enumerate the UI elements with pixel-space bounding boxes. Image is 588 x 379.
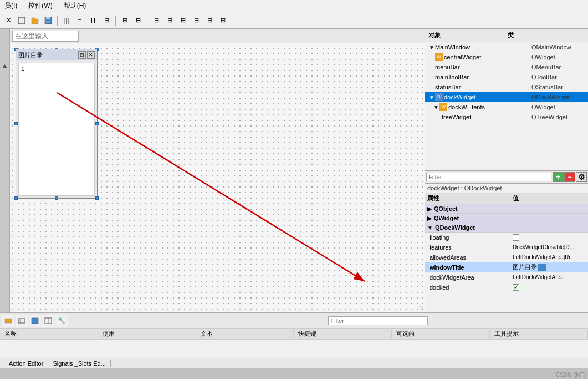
- properties-filter-input[interactable]: [426, 173, 551, 181]
- dock-close-btn[interactable]: ✕: [87, 51, 95, 59]
- toolbar-btn-12[interactable]: ⊟: [217, 14, 229, 27]
- tree-class-treewidget: QTreeWidget: [531, 114, 587, 120]
- section-arrow-qobject: ▶: [427, 206, 432, 212]
- prop-row-dockwidgetarea: dockWidgetArea LeftDockWidgetArea: [425, 272, 588, 282]
- docked-checkbox[interactable]: ✓: [513, 284, 519, 291]
- toolbar-btn-new[interactable]: [16, 14, 28, 27]
- bottom-filter-input[interactable]: [328, 316, 428, 325]
- windowtitle-edit-btn[interactable]: …: [538, 264, 546, 271]
- tab-signals-slots[interactable]: Signals _Slots Ed...: [48, 360, 110, 367]
- tree-name-centralwidget: centralWidget: [444, 54, 531, 60]
- bottom-col-checkable: 可选的: [392, 330, 490, 338]
- prop-section-qwidget[interactable]: ▶ QWidget: [425, 214, 588, 223]
- prop-row-docked: docked ✓: [425, 282, 588, 292]
- svg-rect-3: [46, 21, 50, 23]
- filter-buttons: + − ⚙: [553, 172, 587, 182]
- svg-rect-2: [46, 17, 50, 19]
- tree-row-treewidget[interactable]: treeWidget QTreeWidget: [425, 112, 588, 122]
- toolbar-sep-1: [57, 16, 58, 26]
- canvas-search-input[interactable]: [12, 31, 79, 42]
- toolbar-btn-close[interactable]: ✕: [2, 14, 14, 27]
- prop-name-windowtitle: windowTitle: [425, 264, 510, 271]
- toolbar-btn-save[interactable]: [42, 14, 54, 27]
- prop-row-floating: floating: [425, 233, 588, 242]
- tree-row-statusbar[interactable]: statusBar QStatusBar: [425, 82, 588, 92]
- main-toolbar: ✕ ||| ≡ H ⊟ ⊞ ⊟ ⊟ ⊟ ⊞ ⊟ ⊟ ⊟: [0, 12, 588, 29]
- tree-class-menubar: QMenuBar: [531, 64, 587, 70]
- bottom-btn-4[interactable]: [42, 315, 54, 327]
- toolbar-btn-2[interactable]: ≡: [74, 14, 86, 27]
- prop-value-windowtitle[interactable]: 图片目录 …: [510, 262, 588, 272]
- toolbar-btn-open[interactable]: [29, 14, 41, 27]
- tree-row-maintoolbar[interactable]: mainToolBar QToolBar: [425, 72, 588, 82]
- toolbar-btn-5[interactable]: ⊞: [119, 14, 131, 27]
- tree-class-dockwidget: QDockWidget: [531, 94, 587, 100]
- toolbar-btn-10[interactable]: ⊟: [190, 14, 202, 27]
- prop-value-allowedareas: LeftDockWidgetArea|Ri...: [510, 254, 588, 261]
- toolbar-btn-11[interactable]: ⊟: [203, 14, 216, 27]
- menu-employee[interactable]: 员(I): [2, 0, 19, 12]
- tree-icon-dockcontents: W: [439, 103, 447, 111]
- menu-controls[interactable]: 控件(W): [26, 0, 54, 12]
- bottom-btn-3[interactable]: [29, 315, 41, 327]
- floating-checkbox[interactable]: [513, 234, 519, 241]
- toolbar-btn-8[interactable]: ⊟: [163, 14, 176, 27]
- tree-class-mainwindow: QMainWindow: [531, 44, 587, 50]
- svg-rect-9: [32, 318, 38, 324]
- tree-class-maintoolbar: QToolBar: [531, 74, 587, 80]
- main-body: 图片目录 ⊟ ✕ 1 ⊡: [0, 29, 588, 312]
- filter-options-btn[interactable]: ⚙: [576, 172, 587, 182]
- svg-rect-6: [5, 319, 12, 323]
- bottom-table-header: 名称 使用 文本 快捷键 可选的 工具提示: [0, 329, 588, 340]
- menu-help[interactable]: 帮助(H): [62, 0, 89, 12]
- prop-section-qobject[interactable]: ▶ QObject: [425, 204, 588, 214]
- toolbar-btn-7[interactable]: ⊟: [150, 14, 162, 27]
- tree-name-dockwidget: dockWidget: [444, 94, 531, 100]
- handle-bl[interactable]: [14, 196, 18, 200]
- prop-table-header: 属性 值: [425, 193, 588, 204]
- tab-action-editor[interactable]: Action Editor: [4, 360, 48, 367]
- tree-row-centralwidget[interactable]: W centralWidget QWidget: [425, 52, 588, 62]
- toolbar-btn-3[interactable]: H: [87, 14, 99, 27]
- bottom-btn-1[interactable]: [2, 315, 14, 327]
- handle-mr[interactable]: [95, 122, 99, 125]
- tree-row-menubar[interactable]: menuBar QMenuBar: [425, 62, 588, 72]
- toolbar-btn-6[interactable]: ⊟: [132, 14, 144, 27]
- prop-section-qdockwidget[interactable]: ▼ QDockWidget: [425, 223, 588, 233]
- bottom-btn-2[interactable]: [16, 315, 28, 327]
- tree-row-mainwindow[interactable]: ▼ MainWindow QMainWindow: [425, 42, 588, 52]
- svg-rect-7: [18, 319, 25, 323]
- prop-row-windowtitle: windowTitle 图片目录 …: [425, 262, 588, 272]
- prop-row-allowedareas: allowedAreas LeftDockWidgetArea|Ri...: [425, 252, 588, 262]
- tree-row-dockwidget[interactable]: ▼ D dockWidget QDockWidget: [425, 92, 588, 102]
- dock-content-number: 1: [21, 65, 24, 72]
- filter-remove-btn[interactable]: −: [564, 172, 575, 182]
- watermark: CSDN @(T): [556, 372, 586, 378]
- prop-value-docked: ✓: [510, 284, 588, 291]
- handle-bm[interactable]: [55, 196, 58, 200]
- dock-titlebar: 图片目录 ⊟ ✕: [16, 49, 97, 60]
- bottom-status-bar: Action Editor Signals _Slots Ed...: [0, 358, 588, 368]
- tree-icon-dockwidget: D: [435, 93, 443, 101]
- dock-float-btn[interactable]: ⊟: [78, 51, 86, 59]
- prop-name-dockwidgetarea: dockWidgetArea: [425, 274, 510, 281]
- toolbar-btn-9[interactable]: ⊞: [177, 14, 189, 27]
- property-context-label: dockWidget : QDockWidget: [425, 184, 588, 193]
- tree-row-dockcontents[interactable]: ▼ W dockW...tents QWidget: [425, 102, 588, 112]
- handle-br[interactable]: [95, 196, 99, 200]
- canvas-resize-handle: ⊡: [419, 305, 423, 311]
- bottom-area: 🔧 名称 使用 文本 快捷键 可选的 工具提示 Action Editor Si…: [0, 312, 588, 368]
- bottom-col-text: 文本: [196, 330, 294, 338]
- toolbar-btn-1[interactable]: |||: [60, 14, 73, 27]
- filter-add-btn[interactable]: +: [553, 172, 564, 182]
- tree-name-menubar: menuBar: [435, 64, 531, 70]
- section-label-qdockwidget: QDockWidget: [435, 224, 475, 231]
- canvas-area: 图片目录 ⊟ ✕ 1 ⊡: [10, 29, 425, 312]
- toolbar-btn-4[interactable]: ⊟: [100, 14, 113, 27]
- bottom-table-body: [0, 340, 588, 358]
- prop-name-allowedareas: allowedAreas: [425, 254, 510, 261]
- tree-arrow-dockwidget: ▼: [428, 94, 435, 100]
- section-arrow-qdockwidget: ▼: [427, 225, 433, 231]
- bottom-btn-wrench[interactable]: 🔧: [55, 315, 68, 327]
- handle-ml[interactable]: [14, 122, 18, 125]
